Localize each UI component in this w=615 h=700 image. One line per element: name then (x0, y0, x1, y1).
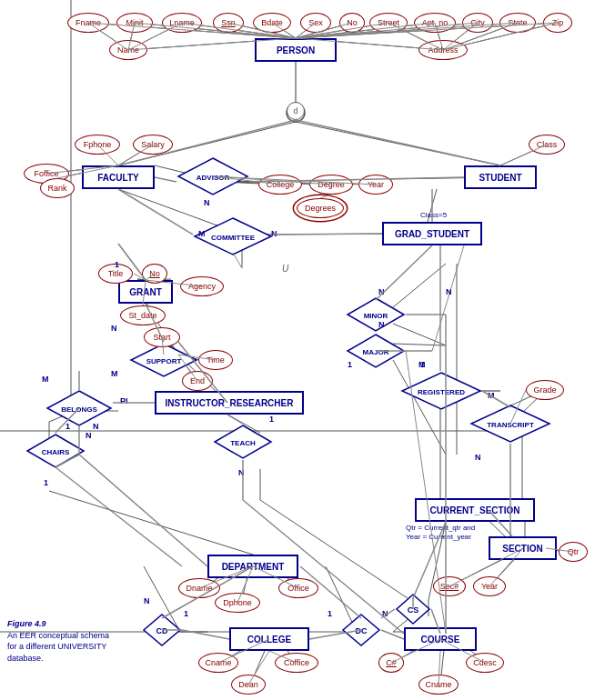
entity-course: COURSE (404, 627, 477, 651)
attr-zip: Zip (543, 13, 572, 33)
label-n-minor2: N (378, 320, 385, 329)
attr-lname: Lname (162, 13, 202, 33)
svg-text:TEACH: TEACH (230, 439, 256, 447)
rel-chairs-svg: CHAIRS (25, 433, 86, 469)
svg-line-26 (296, 122, 500, 165)
svg-text:ADVISOR: ADVISOR (197, 174, 230, 182)
svg-text:COMMITTEE: COMMITTEE (211, 234, 256, 242)
svg-text:SUPPORT: SUPPORT (146, 357, 182, 365)
label-n-belongs: N (93, 422, 99, 431)
attr-no: No (339, 13, 365, 33)
attr-name: Name (109, 40, 147, 60)
attr-class: Class (529, 135, 565, 155)
label-m-registered: M (488, 391, 495, 400)
svg-text:CD: CD (156, 626, 168, 635)
svg-text:DC: DC (356, 626, 368, 635)
rel-advisor-svg: ADVISOR (176, 156, 249, 196)
rel-cd-svg: CD (142, 613, 182, 647)
attr-college-advisor: College (258, 175, 302, 195)
entity-current-section: CURRENT_SECTION (415, 498, 535, 522)
rel-major-svg: MAJOR (346, 333, 406, 369)
attr-c-hash: C# (378, 653, 404, 673)
label-1-teach: 1 (269, 415, 274, 424)
svg-text:CS: CS (408, 605, 419, 615)
label-m-support: M (111, 369, 118, 378)
attr-apt-no: Apt_no (414, 13, 456, 33)
label-n-chairs: N (86, 431, 92, 440)
svg-text:BELONGS: BELONGS (61, 405, 97, 414)
label-n-grant: N (111, 324, 117, 333)
caption-desc3: database. (7, 653, 109, 665)
svg-line-204 (381, 630, 404, 639)
attr-sec-hash: Sec# (433, 576, 466, 596)
label-n-cd: N (144, 596, 150, 605)
svg-line-184 (432, 245, 464, 351)
svg-line-173 (79, 455, 207, 566)
attr-city: City (462, 13, 493, 33)
attr-coffice: Coffice (275, 653, 318, 673)
label-n-minor: N (378, 287, 385, 296)
attr-cname-college: Cname (198, 653, 238, 673)
attr-dean: Dean (231, 675, 266, 695)
label-n-transcript: N (475, 453, 481, 462)
label-committee-m: M (198, 229, 206, 238)
attr-sex: Sex (300, 13, 331, 33)
rel-transcript-svg: TRANSCRIPT (469, 404, 551, 444)
svg-text:TRANSCRIPT: TRANSCRIPT (487, 421, 534, 429)
entity-department: DEPARTMENT (207, 555, 298, 578)
rel-minor-svg: MINOR (346, 296, 406, 333)
label-pi: PI (120, 396, 128, 405)
attr-rank: Rank (40, 178, 75, 198)
rel-belongs-svg: BELONGS (45, 389, 113, 427)
label-1-major: 1 (348, 360, 352, 369)
attr-end: End (182, 371, 213, 391)
attr-street: Street (369, 13, 408, 33)
label-1-registered: 1 (420, 360, 425, 369)
attr-year-section: Year (473, 576, 506, 596)
attr-time: Time (198, 350, 233, 370)
caption-desc1: An EER conceptual schema (7, 630, 109, 642)
svg-text:CHAIRS: CHAIRS (42, 448, 70, 456)
entity-section: SECTION (489, 536, 557, 560)
label-u: U (282, 264, 288, 274)
label-n-major-grad: N (446, 287, 452, 296)
svg-text:MINOR: MINOR (364, 312, 388, 320)
label-n-teach: N (238, 468, 245, 477)
entity-faculty: FACULTY (82, 165, 155, 189)
attr-year-advisor: Year (358, 175, 393, 195)
label-1-cd: 1 (184, 609, 188, 618)
svg-line-144 (296, 120, 500, 165)
label-1-faculty: 1 (115, 260, 119, 269)
svg-line-176 (55, 467, 182, 566)
attr-fphone: Fphone (75, 135, 120, 155)
entity-grad-student: GRAD_STUDENT (382, 222, 482, 245)
attr-address: Address (418, 40, 468, 60)
specialization-d: d (287, 102, 305, 120)
attr-no-grant: No (142, 264, 167, 284)
rel-cs-svg: CS (395, 593, 431, 625)
svg-line-201 (182, 630, 229, 639)
attr-salary: Salary (133, 135, 173, 155)
attr-office-dept: Office (278, 578, 318, 598)
attr-dphone: Dphone (215, 593, 260, 613)
svg-text:REGISTERED: REGISTERED (418, 388, 465, 396)
constraint-class5: Class=5 (420, 211, 447, 219)
entity-college: COLLEGE (229, 627, 309, 651)
attr-grade: Grade (526, 380, 564, 400)
attr-cname-course: Cname (418, 675, 459, 695)
attr-minit: Minit (116, 13, 153, 33)
rel-teach-svg: TEACH (213, 424, 273, 460)
label-advisor-n: N (204, 198, 210, 207)
entity-student: STUDENT (464, 165, 537, 189)
svg-text:MAJOR: MAJOR (363, 348, 389, 356)
attr-st-date: St_date (120, 305, 166, 325)
rel-dc-svg: DC (341, 613, 381, 647)
eer-diagram: d (0, 0, 615, 700)
attr-ssn: Ssn (213, 13, 244, 33)
attr-degrees: Degrees (297, 198, 344, 218)
constraint-current-section: Qtr = Current_qtr and (406, 524, 475, 532)
label-1-dc: 1 (328, 609, 332, 618)
svg-line-150 (155, 177, 176, 182)
entity-grant: GRANT (118, 280, 173, 304)
label-1-chairs: 1 (44, 478, 48, 487)
